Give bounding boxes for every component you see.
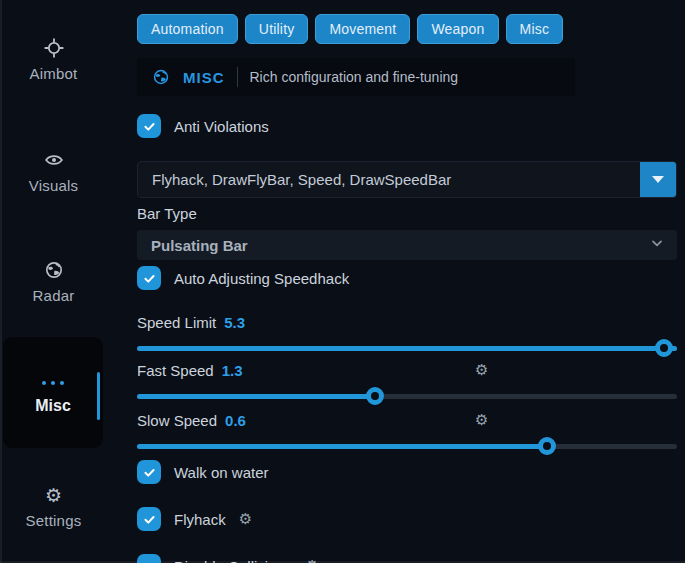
- checkbox-label: Auto Adjusting Speedhack: [174, 270, 349, 287]
- ellipsis-icon: [42, 377, 64, 389]
- slider-fill: [137, 346, 677, 351]
- sidebar-item-label: Visuals: [29, 177, 78, 194]
- anti-violations-row: Anti Violations: [137, 114, 677, 138]
- tab-weapon[interactable]: Weapon: [417, 14, 498, 44]
- active-indicator-bar: [97, 372, 100, 420]
- slider-label: Fast Speed: [137, 362, 214, 379]
- sidebar-item-misc-active[interactable]: Misc: [3, 337, 103, 448]
- auto-adjusting-row: Auto Adjusting Speedhack: [137, 266, 677, 290]
- divider: [237, 67, 238, 87]
- sidebar-item-settings[interactable]: ⚙ Settings: [0, 485, 107, 529]
- gear-icon[interactable]: ⚙: [239, 510, 252, 528]
- tab-automation[interactable]: Automation: [137, 14, 238, 44]
- tab-utility[interactable]: Utility: [245, 14, 309, 44]
- sidebar-item-aimbot[interactable]: Aimbot: [0, 38, 107, 82]
- disable-collisions-row: Disable Collisions ⚙: [137, 554, 677, 563]
- checkbox-label: Disable Collisions: [174, 558, 292, 563]
- checkbox-label: Flyhack: [174, 511, 226, 528]
- checkbox-label: Anti Violations: [174, 118, 269, 135]
- sidebar: Aimbot Visuals Radar: [0, 0, 107, 563]
- disable-collisions-checkbox[interactable]: [137, 554, 161, 563]
- fast-speed-slider[interactable]: [137, 387, 677, 405]
- main-panel: Automation Utility Movement Weapon Misc …: [137, 0, 677, 563]
- sidebar-item-label: Aimbot: [30, 65, 78, 82]
- sidebar-item-radar[interactable]: Radar: [0, 260, 107, 304]
- slider-fill: [137, 394, 375, 399]
- gear-icon[interactable]: ⚙: [305, 557, 318, 563]
- slider-value: 1.3: [222, 362, 243, 379]
- globe-icon: [44, 260, 64, 280]
- bars-multiselect[interactable]: Flyhack, DrawFlyBar, Speed, DrawSpeedBar: [137, 161, 677, 198]
- sidebar-item-visuals[interactable]: Visuals: [0, 150, 107, 194]
- multiselect-value: Flyhack, DrawFlyBar, Speed, DrawSpeedBar: [138, 162, 640, 197]
- sidebar-item-label: Settings: [26, 512, 82, 529]
- section-subtitle: Rich configuration and fine-tuning: [250, 69, 459, 85]
- bar-type-select[interactable]: Pulsating Bar: [137, 230, 677, 260]
- slow-speed-label-row: Slow Speed 0.6 ⚙: [137, 411, 677, 429]
- category-tabs: Automation Utility Movement Weapon Misc: [137, 14, 677, 44]
- tab-movement[interactable]: Movement: [315, 14, 410, 44]
- slider-fill: [137, 444, 547, 449]
- select-value: Pulsating Bar: [151, 237, 248, 254]
- crosshair-icon: [44, 38, 64, 58]
- speed-limit-label-row: Speed Limit 5.3: [137, 313, 677, 331]
- flyhack-checkbox[interactable]: [137, 507, 161, 531]
- triangle-down-icon: [652, 176, 664, 183]
- slow-speed-slider[interactable]: [137, 437, 677, 455]
- slider-value: 5.3: [224, 314, 245, 331]
- section-header: MISC Rich configuration and fine-tuning: [137, 58, 575, 96]
- walk-on-water-row: Walk on water: [137, 460, 677, 484]
- sidebar-item-label: Radar: [33, 287, 75, 304]
- walk-on-water-checkbox[interactable]: [137, 460, 161, 484]
- slider-label: Speed Limit: [137, 314, 216, 331]
- multiselect-dropdown-button[interactable]: [640, 162, 676, 197]
- chevron-down-icon: [649, 235, 665, 255]
- tab-misc[interactable]: Misc: [506, 14, 564, 44]
- slider-value: 0.6: [225, 412, 246, 429]
- slider-thumb[interactable]: [366, 387, 384, 405]
- checkbox-label: Walk on water: [174, 464, 268, 481]
- section-title: MISC: [183, 69, 225, 86]
- gear-icon[interactable]: ⚙: [475, 361, 488, 379]
- sidebar-item-label: Misc: [35, 397, 71, 415]
- slider-label: Slow Speed: [137, 412, 217, 429]
- slider-thumb[interactable]: [538, 437, 556, 455]
- slider-thumb[interactable]: [655, 339, 673, 357]
- auto-adjusting-checkbox[interactable]: [137, 266, 161, 290]
- globe-icon: [151, 67, 171, 87]
- fast-speed-label-row: Fast Speed 1.3 ⚙: [137, 361, 677, 379]
- flyhack-row: Flyhack ⚙: [137, 507, 677, 531]
- speed-limit-slider[interactable]: [137, 339, 677, 357]
- anti-violations-checkbox[interactable]: [137, 114, 161, 138]
- gear-icon: ⚙: [44, 485, 64, 505]
- bar-type-label: Bar Type: [137, 205, 677, 223]
- gear-icon[interactable]: ⚙: [475, 411, 488, 429]
- eye-icon: [44, 150, 64, 170]
